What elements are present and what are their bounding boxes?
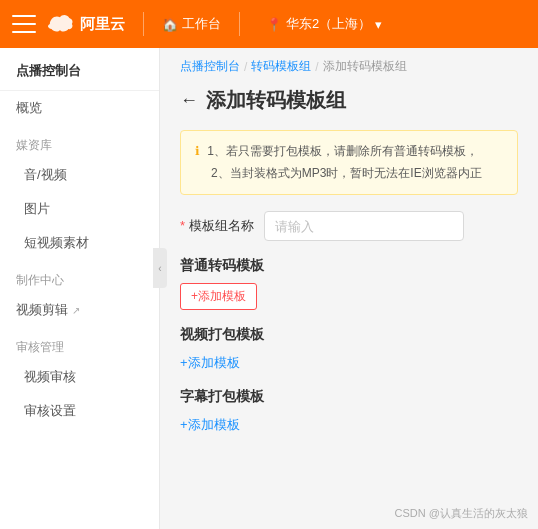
sidebar-item-audit-settings[interactable]: 审核设置 <box>0 394 159 428</box>
normal-transcode-section: 普通转码模板 +添加模板 <box>180 257 518 310</box>
sidebar: 点播控制台 概览 媒资库 音/视频 图片 短视频素材 制作中心 视频剪辑 ↗ 审… <box>0 48 160 529</box>
region-nav[interactable]: 📍 华东2（上海） ▾ <box>266 15 382 33</box>
add-normal-template-button[interactable]: +添加模板 <box>180 283 257 310</box>
workbench-label: 工作台 <box>182 15 221 33</box>
sidebar-item-av[interactable]: 音/视频 <box>0 158 159 192</box>
content-area: 点播控制台 / 转码模板组 / 添加转码模板组 ← 添加转码模板组 ℹ 1、若只… <box>160 48 538 529</box>
add-video-package-button[interactable]: +添加模板 <box>180 354 240 372</box>
nav-separator <box>143 12 144 36</box>
main-layout: 点播控制台 概览 媒资库 音/视频 图片 短视频素材 制作中心 视频剪辑 ↗ 审… <box>0 48 538 529</box>
audit-settings-label: 审核设置 <box>24 402 76 420</box>
hamburger-menu[interactable] <box>12 15 36 33</box>
chevron-down-icon: ▾ <box>375 17 382 32</box>
video-edit-label: 视频剪辑 <box>16 301 68 319</box>
region-icon: 📍 <box>266 17 282 32</box>
sidebar-section-production: 制作中心 <box>0 260 159 293</box>
overview-label: 概览 <box>16 99 42 117</box>
short-video-label: 短视频素材 <box>24 234 89 252</box>
breadcrumb-item-console[interactable]: 点播控制台 <box>180 58 240 75</box>
normal-section-title: 普通转码模板 <box>180 257 518 275</box>
logo-icon <box>46 13 74 35</box>
image-label: 图片 <box>24 200 50 218</box>
page-title: ← 添加转码模板组 <box>180 87 518 114</box>
video-package-title: 视频打包模板 <box>180 326 518 344</box>
template-group-name-input[interactable] <box>264 211 464 241</box>
video-audit-label: 视频审核 <box>24 368 76 386</box>
breadcrumb-sep2: / <box>315 60 318 74</box>
sidebar-item-overview[interactable]: 概览 <box>0 91 159 125</box>
video-package-section: 视频打包模板 +添加模板 <box>180 326 518 372</box>
external-link-icon: ↗ <box>72 305 80 316</box>
form-row-name: 模板组名称 <box>180 211 518 241</box>
av-label: 音/视频 <box>24 166 67 184</box>
sidebar-title: 点播控制台 <box>0 48 159 91</box>
breadcrumb-item-template-group[interactable]: 转码模板组 <box>251 58 311 75</box>
watermark: CSDN @认真生活的灰太狼 <box>395 506 528 521</box>
form-area: 模板组名称 <box>160 211 538 241</box>
top-nav: 阿里云 🏠 工作台 📍 华东2（上海） ▾ <box>0 0 538 48</box>
notice-line2: 2、当封装格式为MP3时，暂时无法在IE浏览器内正 <box>195 163 503 185</box>
sidebar-item-video-audit[interactable]: 视频审核 <box>0 360 159 394</box>
page-header: ← 添加转码模板组 <box>160 81 538 130</box>
subtitle-package-title: 字幕打包模板 <box>180 388 518 406</box>
breadcrumb-item-add: 添加转码模板组 <box>323 58 407 75</box>
logo: 阿里云 <box>46 13 125 35</box>
back-arrow-button[interactable]: ← <box>180 90 198 111</box>
sidebar-collapse-button[interactable]: ‹ <box>153 248 167 288</box>
notice-text1: 1、若只需要打包模板，请删除所有普通转码模板， <box>207 144 478 158</box>
sidebar-section-media: 媒资库 <box>0 125 159 158</box>
sidebar-item-image[interactable]: 图片 <box>0 192 159 226</box>
nav-separator2 <box>239 12 240 36</box>
home-icon: 🏠 <box>162 17 178 32</box>
chevron-left-icon: ‹ <box>158 263 161 274</box>
notice-line1: ℹ 1、若只需要打包模板，请删除所有普通转码模板， <box>195 141 503 163</box>
form-label-name: 模板组名称 <box>180 217 254 235</box>
sidebar-item-short-video[interactable]: 短视频素材 <box>0 226 159 260</box>
logo-text: 阿里云 <box>80 15 125 34</box>
notice-box: ℹ 1、若只需要打包模板，请删除所有普通转码模板， 2、当封装格式为MP3时，暂… <box>180 130 518 195</box>
workbench-nav[interactable]: 🏠 工作台 <box>162 15 221 33</box>
sidebar-section-audit: 审核管理 <box>0 327 159 360</box>
sidebar-item-video-edit[interactable]: 视频剪辑 ↗ <box>0 293 159 327</box>
page-title-text: 添加转码模板组 <box>206 87 346 114</box>
add-subtitle-package-button[interactable]: +添加模板 <box>180 416 240 434</box>
breadcrumb: 点播控制台 / 转码模板组 / 添加转码模板组 <box>160 48 538 81</box>
notice-text2: 2、当封装格式为MP3时，暂时无法在IE浏览器内正 <box>211 166 482 180</box>
breadcrumb-sep1: / <box>244 60 247 74</box>
subtitle-package-section: 字幕打包模板 +添加模板 <box>180 388 518 434</box>
notice-icon: ℹ <box>195 144 200 158</box>
region-label: 华东2（上海） <box>286 15 371 33</box>
